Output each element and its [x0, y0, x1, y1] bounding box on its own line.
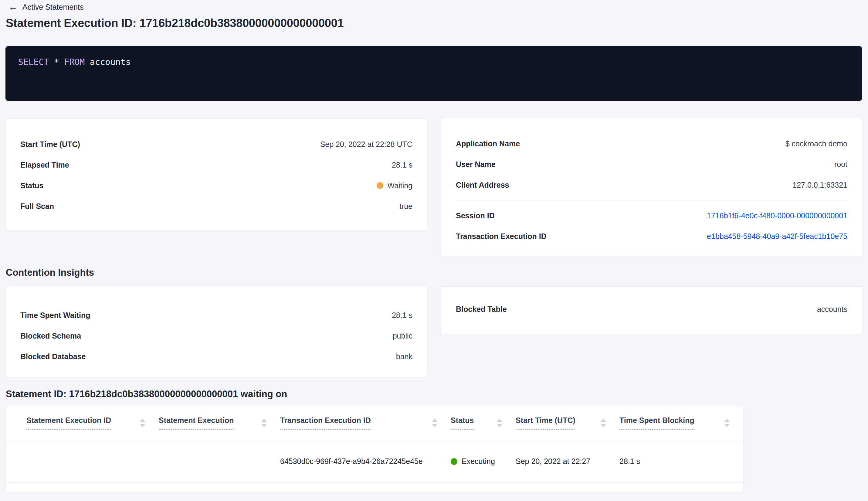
sort-down-arrow-icon: [261, 424, 267, 427]
info-row-elapsed-time: Elapsed Time 28.1 s: [20, 154, 412, 175]
sort-down-arrow-icon: [724, 424, 730, 427]
sort-up-arrow-icon: [140, 419, 145, 422]
info-row-application-name: Application Name $ cockroach demo: [456, 133, 847, 154]
contention-insights-heading: Contention Insights: [6, 267, 94, 278]
info-label: Client Address: [456, 181, 509, 190]
table-header-row: Statement Execution ID Statement Executi…: [6, 406, 743, 440]
transaction-execution-id-link[interactable]: e1bba458-5948-40a9-a42f-5feac1b10e75: [707, 232, 847, 241]
info-label: Session ID: [456, 211, 495, 220]
info-row-start-time: Start Time (UTC) Sep 20, 2022 at 22:28 U…: [20, 134, 412, 154]
sort-up-arrow-icon: [261, 419, 267, 422]
status-badge: Waiting: [377, 181, 412, 190]
back-link-label[interactable]: Active Statements: [22, 3, 84, 12]
info-value: $ cockroach demo: [785, 139, 847, 148]
sort-down-arrow-icon: [497, 424, 502, 427]
info-label: Status: [20, 181, 43, 190]
info-label: Elapsed Time: [20, 161, 69, 169]
sql-keyword-select: SELECT: [18, 57, 49, 67]
session-details-card: Application Name $ cockroach demo User N…: [441, 118, 862, 257]
column-header-time-spent-blocking: Time Spent Blocking: [619, 416, 743, 430]
info-label: Application Name: [456, 139, 520, 148]
info-row-transaction-execution-id: Transaction Execution ID e1bba458-5948-4…: [456, 226, 847, 247]
sort-icon[interactable]: [432, 419, 437, 427]
info-label: Blocked Database: [20, 352, 86, 361]
column-header-label[interactable]: Time Spent Blocking: [619, 416, 694, 430]
cell-status: Executing: [451, 457, 516, 466]
info-label: Full Scan: [20, 202, 54, 211]
status-waiting-dot-icon: [377, 182, 383, 189]
sql-statement-box: SELECT * FROM accounts: [6, 46, 862, 101]
info-row-user-name: User Name root: [456, 154, 847, 174]
back-arrow-icon[interactable]: ←: [9, 2, 18, 12]
info-value: bank: [396, 352, 412, 361]
info-label: Blocked Schema: [20, 332, 81, 340]
info-row-blocked-database: Blocked Database bank: [20, 346, 412, 367]
info-value: root: [834, 160, 847, 169]
info-label: Start Time (UTC): [20, 140, 80, 149]
info-value: 28.1 s: [392, 311, 412, 320]
status-executing-dot-icon: [451, 458, 457, 465]
column-header-start-time: Start Time (UTC): [516, 416, 619, 430]
back-nav[interactable]: ← Active Statements: [9, 1, 84, 13]
statement-details-page: { "colors": { "page_background": "#f4f6f…: [0, 0, 868, 501]
status-text: Executing: [462, 457, 495, 466]
column-header-transaction-execution-id: Transaction Execution ID: [280, 416, 451, 430]
column-header-statement-execution: Statement Execution: [159, 416, 280, 430]
sort-icon[interactable]: [601, 419, 606, 427]
cell-transaction-execution-id: 64530d0c-969f-437e-a9b4-26a72245e45e: [280, 457, 451, 466]
info-row-full-scan: Full Scan true: [20, 196, 412, 216]
info-row-time-spent-waiting: Time Spent Waiting 28.1 s: [20, 305, 412, 326]
sort-down-arrow-icon: [140, 424, 145, 427]
session-id-link[interactable]: 1716b1f6-4e0c-f480-0000-000000000001: [707, 211, 847, 220]
sort-icon[interactable]: [724, 419, 730, 427]
column-header-label[interactable]: Transaction Execution ID: [280, 416, 371, 430]
info-row-status: Status Waiting: [20, 175, 412, 196]
info-value: 28.1 s: [392, 161, 412, 169]
info-row-blocked-table: Blocked Table accounts: [456, 299, 847, 319]
sort-up-arrow-icon: [724, 419, 730, 422]
info-row-client-address: Client Address 127.0.0.1:63321: [456, 174, 847, 195]
sort-down-arrow-icon: [601, 424, 606, 427]
status-text: Waiting: [388, 181, 412, 190]
blocked-table-card: Blocked Table accounts: [441, 286, 862, 335]
column-header-label[interactable]: Statement Execution: [159, 416, 234, 430]
cell-start-time: Sep 20, 2022 at 22:27: [516, 457, 619, 466]
sql-statement: SELECT * FROM accounts: [18, 56, 849, 68]
info-label: User Name: [456, 160, 496, 169]
sort-icon[interactable]: [261, 419, 267, 427]
sort-icon[interactable]: [140, 419, 145, 427]
sort-up-arrow-icon: [497, 419, 502, 422]
info-value: public: [393, 332, 412, 340]
info-value: Sep 20, 2022 at 22:28 UTC: [320, 140, 412, 149]
sort-up-arrow-icon: [601, 419, 606, 422]
info-row-blocked-schema: Blocked Schema public: [20, 326, 412, 346]
sort-up-arrow-icon: [432, 419, 437, 422]
column-header-label[interactable]: Start Time (UTC): [516, 416, 575, 430]
info-row-session-id: Session ID 1716b1f6-4e0c-f480-0000-00000…: [456, 205, 847, 226]
info-label: Time Spent Waiting: [20, 311, 90, 320]
sort-icon[interactable]: [497, 419, 502, 427]
column-header-statement-execution-id: Statement Execution ID: [26, 416, 159, 430]
execution-overview-card: Start Time (UTC) Sep 20, 2022 at 22:28 U…: [6, 118, 427, 231]
sql-table-ref: accounts: [85, 57, 131, 67]
column-header-label[interactable]: Status: [451, 416, 474, 430]
info-value: 127.0.0.1:63321: [792, 181, 847, 190]
info-value: true: [399, 202, 412, 211]
sql-keyword-from: FROM: [64, 57, 85, 67]
page-title: Statement Execution ID: 1716b218dc0b3838…: [6, 17, 344, 30]
waiting-on-heading: Statement ID: 1716b218dc0b38380000000000…: [6, 389, 287, 399]
contention-waiting-card: Time Spent Waiting 28.1 s Blocked Schema…: [6, 286, 427, 377]
waiting-on-table-card: Statement Execution ID Statement Executi…: [6, 406, 743, 493]
table-row: 64530d0c-969f-437e-a9b4-26a72245e45e Exe…: [6, 440, 743, 483]
column-header-label[interactable]: Statement Execution ID: [26, 416, 111, 430]
info-value: accounts: [817, 305, 847, 314]
cell-time-spent-blocking: 28.1 s: [619, 457, 743, 466]
sql-operator: *: [49, 57, 64, 67]
sort-down-arrow-icon: [432, 424, 437, 427]
column-header-status: Status: [451, 416, 516, 430]
info-label: Transaction Execution ID: [456, 232, 546, 241]
info-label: Blocked Table: [456, 305, 507, 314]
